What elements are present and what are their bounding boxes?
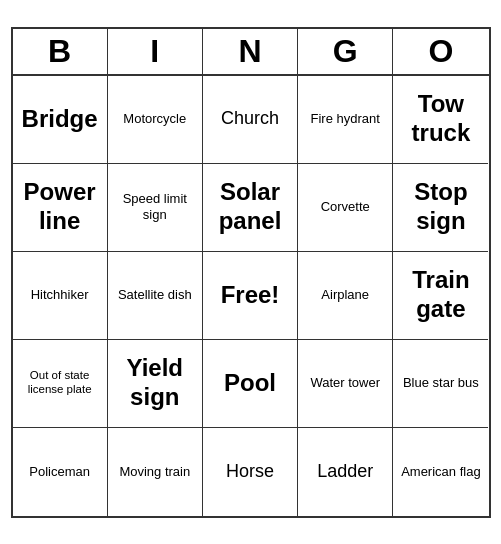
bingo-cell-22[interactable]: Horse	[203, 428, 298, 516]
bingo-cell-11[interactable]: Satellite dish	[108, 252, 203, 340]
bingo-cell-1[interactable]: Motorcycle	[108, 76, 203, 164]
bingo-cell-7[interactable]: Solar panel	[203, 164, 298, 252]
bingo-cell-5[interactable]: Power line	[13, 164, 108, 252]
header-letter-g: G	[298, 29, 393, 74]
cell-label-16: Yield sign	[112, 354, 198, 412]
header-letter-i: I	[108, 29, 203, 74]
bingo-cell-14[interactable]: Train gate	[393, 252, 488, 340]
cell-label-7: Solar panel	[207, 178, 293, 236]
cell-label-22: Horse	[226, 461, 274, 483]
cell-label-18: Water tower	[310, 375, 380, 391]
cell-label-2: Church	[221, 108, 279, 130]
bingo-cell-20[interactable]: Policeman	[13, 428, 108, 516]
bingo-cell-12[interactable]: Free!	[203, 252, 298, 340]
bingo-cell-18[interactable]: Water tower	[298, 340, 393, 428]
cell-label-17: Pool	[224, 369, 276, 398]
header-letter-n: N	[203, 29, 298, 74]
cell-label-10: Hitchhiker	[31, 287, 89, 303]
cell-label-24: American flag	[401, 464, 480, 480]
bingo-grid: BridgeMotorcycleChurchFire hydrantTow tr…	[13, 76, 489, 516]
cell-label-14: Train gate	[397, 266, 484, 324]
bingo-cell-6[interactable]: Speed limit sign	[108, 164, 203, 252]
cell-label-21: Moving train	[119, 464, 190, 480]
cell-label-3: Fire hydrant	[311, 111, 380, 127]
cell-label-15: Out of state license plate	[17, 369, 103, 397]
bingo-cell-23[interactable]: Ladder	[298, 428, 393, 516]
cell-label-1: Motorcycle	[123, 111, 186, 127]
bingo-cell-17[interactable]: Pool	[203, 340, 298, 428]
cell-label-23: Ladder	[317, 461, 373, 483]
bingo-cell-0[interactable]: Bridge	[13, 76, 108, 164]
cell-label-5: Power line	[17, 178, 103, 236]
bingo-cell-10[interactable]: Hitchhiker	[13, 252, 108, 340]
bingo-cell-19[interactable]: Blue star bus	[393, 340, 488, 428]
cell-label-6: Speed limit sign	[112, 191, 198, 222]
cell-label-9: Stop sign	[397, 178, 484, 236]
cell-label-11: Satellite dish	[118, 287, 192, 303]
cell-label-8: Corvette	[321, 199, 370, 215]
cell-label-12: Free!	[221, 281, 280, 310]
cell-label-13: Airplane	[321, 287, 369, 303]
bingo-cell-3[interactable]: Fire hydrant	[298, 76, 393, 164]
bingo-cell-2[interactable]: Church	[203, 76, 298, 164]
bingo-cell-21[interactable]: Moving train	[108, 428, 203, 516]
cell-label-20: Policeman	[29, 464, 90, 480]
bingo-cell-16[interactable]: Yield sign	[108, 340, 203, 428]
header-letter-b: B	[13, 29, 108, 74]
cell-label-0: Bridge	[22, 105, 98, 134]
bingo-cell-15[interactable]: Out of state license plate	[13, 340, 108, 428]
bingo-cell-24[interactable]: American flag	[393, 428, 488, 516]
header-letter-o: O	[393, 29, 488, 74]
bingo-card: BINGO BridgeMotorcycleChurchFire hydrant…	[11, 27, 491, 518]
bingo-cell-4[interactable]: Tow truck	[393, 76, 488, 164]
bingo-header: BINGO	[13, 29, 489, 76]
bingo-cell-9[interactable]: Stop sign	[393, 164, 488, 252]
bingo-cell-8[interactable]: Corvette	[298, 164, 393, 252]
cell-label-19: Blue star bus	[403, 375, 479, 391]
bingo-cell-13[interactable]: Airplane	[298, 252, 393, 340]
cell-label-4: Tow truck	[397, 90, 484, 148]
